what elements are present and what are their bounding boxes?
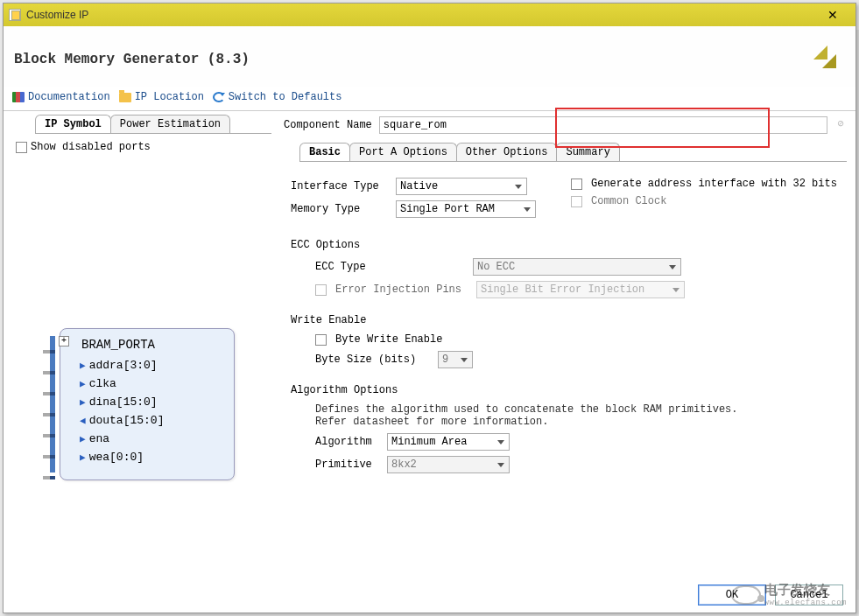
ip-location-link[interactable]: IP Location [119, 91, 204, 103]
port-dina: dina[15:0] [80, 396, 225, 409]
dialog-header: Block Memory Generator (8.3) [4, 26, 855, 88]
app-icon [9, 9, 21, 21]
ip-symbol-block[interactable]: + BRAM_PORTA addra[3:0] clka dina[15:0] … [60, 328, 235, 480]
error-injection-checkbox [315, 284, 327, 296]
port-group-title: BRAM_PORTA [81, 338, 225, 352]
algorithm-label: Algorithm [315, 436, 378, 448]
tab-basic[interactable]: Basic [299, 143, 350, 161]
byte-size-select: 9 [438, 351, 473, 368]
dialog-footer: OK Cancel [698, 584, 843, 606]
tab-power-estimation[interactable]: Power Estimation [110, 115, 230, 133]
vendor-logo-icon [810, 42, 845, 77]
gen-addr-32-checkbox[interactable] [571, 178, 582, 190]
common-clock-checkbox [571, 196, 582, 207]
show-disabled-checkbox[interactable] [16, 142, 27, 153]
close-button[interactable]: ✕ [815, 6, 850, 24]
config-tabs: Basic Port A Options Other Options Summa… [299, 143, 847, 162]
window-title: Customize IP [26, 9, 88, 21]
toolbar: Documentation IP Location Switch to Defa… [4, 88, 855, 111]
interface-type-label: Interface Type [291, 180, 387, 192]
left-pane: IP Symbol Power Estimation Show disabled… [4, 111, 275, 589]
port-addra: addra[3:0] [80, 359, 225, 372]
folder-icon [119, 93, 131, 102]
algorithm-group-title: Algorithm Options [291, 384, 840, 396]
error-injection-label: Error Injection Pins [335, 284, 468, 296]
write-enable-group-title: Write Enable [291, 314, 840, 326]
error-injection-select: Single Bit Error Injection [476, 281, 685, 298]
memory-type-select[interactable]: Single Port RAM [396, 200, 536, 218]
tab-other-options[interactable]: Other Options [456, 143, 558, 161]
primitive-label: Primitive [315, 458, 378, 471]
clear-name-button[interactable]: ⊘ [834, 119, 847, 131]
ok-button[interactable]: OK [698, 584, 766, 606]
show-disabled-label: Show disabled ports [31, 141, 151, 153]
port-wea: wea[0:0] [80, 451, 225, 464]
byte-write-enable-label: Byte Write Enable [335, 333, 442, 346]
port-douta: douta[15:0] [80, 414, 225, 427]
switch-defaults-link[interactable]: Switch to Defaults [213, 91, 342, 103]
documentation-link[interactable]: Documentation [12, 91, 110, 103]
memory-type-label: Memory Type [291, 203, 387, 215]
tab-ip-symbol[interactable]: IP Symbol [35, 115, 111, 133]
common-clock-label: Common Clock [591, 195, 666, 207]
show-disabled-ports-row: Show disabled ports [16, 141, 263, 153]
primitive-select: 8kx2 [387, 456, 510, 473]
byte-size-label: Byte Size (bits) [315, 354, 429, 366]
left-tabs: IP Symbol Power Estimation [35, 115, 271, 134]
algo-desc-2: Refer datasheet for more information. [315, 416, 840, 428]
tab-port-a-options[interactable]: Port A Options [349, 143, 457, 161]
algo-desc-1: Defines the algorithm used to concatenat… [315, 403, 840, 416]
component-name-input[interactable] [379, 116, 827, 134]
ecc-group-title: ECC Options [291, 239, 840, 251]
cancel-button[interactable]: Cancel [775, 584, 843, 606]
gen-addr-32-label: Generate address interface with 32 bits [591, 178, 837, 190]
customize-ip-window: Customize IP ✕ Block Memory Generator (8… [3, 3, 856, 613]
interface-type-select[interactable]: Native [396, 178, 527, 195]
component-name-label: Component Name [284, 119, 372, 131]
ecc-type-label: ECC Type [315, 261, 464, 273]
port-ena: ena [80, 432, 225, 445]
algorithm-select[interactable]: Minimum Area [387, 433, 510, 451]
expand-port-group-button[interactable]: + [59, 336, 69, 346]
book-icon [12, 92, 25, 102]
right-pane: Component Name ⊘ Basic Port A Options Ot… [275, 111, 855, 589]
page-title: Block Memory Generator (8.3) [14, 52, 250, 67]
tab-summary[interactable]: Summary [556, 143, 619, 161]
basic-panel: Interface Type Native Memory Type Single… [284, 162, 847, 484]
byte-write-enable-checkbox[interactable] [315, 334, 327, 346]
refresh-icon [213, 92, 225, 102]
title-bar[interactable]: Customize IP ✕ [4, 4, 855, 26]
ecc-type-select: No ECC [473, 258, 681, 276]
port-clka: clka [80, 377, 225, 390]
